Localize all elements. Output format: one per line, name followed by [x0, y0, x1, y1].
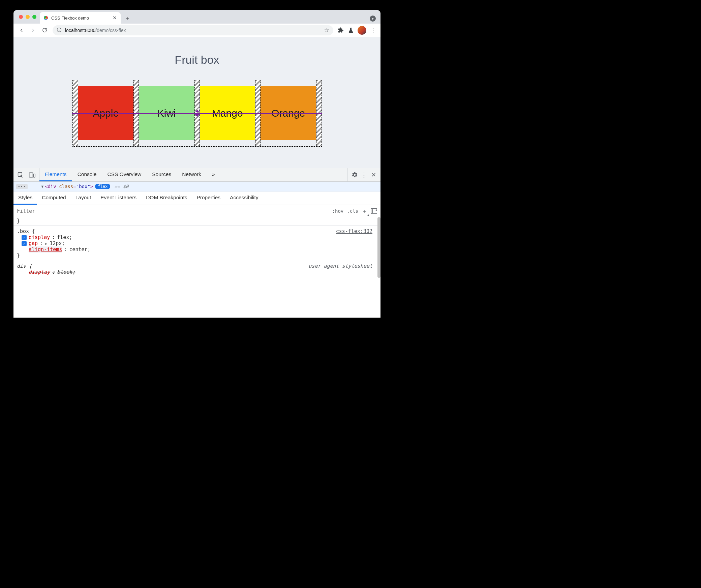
scrollbar-thumb[interactable]	[377, 217, 380, 278]
node-tag-open: <div	[45, 184, 56, 189]
new-style-rule-button[interactable]: ＋	[362, 207, 368, 215]
browser-menu-icon[interactable]: ⋮	[368, 26, 378, 35]
elements-selected-node[interactable]: ••• ▼ <div class = "box" > flex == $0	[13, 182, 380, 192]
styles-tab-layout[interactable]: Layout	[71, 192, 96, 205]
panel-tab-network[interactable]: Network	[177, 168, 207, 181]
browser-tab[interactable]: CSS Flexbox demo ✕	[40, 12, 121, 24]
toggle-hov-button[interactable]: :hov	[332, 208, 344, 214]
rule-separator	[13, 225, 380, 226]
styles-tab-styles[interactable]: Styles	[13, 192, 37, 205]
prop-checkbox-checked-icon[interactable]: ✓	[22, 241, 27, 246]
bookmark-star-icon[interactable]: ☆	[324, 27, 329, 34]
tab-title: CSS Flexbox demo	[51, 16, 109, 21]
expand-shorthand-icon[interactable]: ▶	[45, 242, 47, 245]
rule-div-ua[interactable]: div { user agent stylesheet display: blo…	[17, 262, 377, 275]
node-attr-name: class	[59, 184, 73, 189]
window-maximize-button[interactable]	[32, 15, 36, 19]
devtools-panel-tabs: Elements Console CSS Overview Sources Ne…	[39, 168, 347, 181]
reload-button[interactable]	[39, 25, 50, 36]
devtools-tab-bar: Elements Console CSS Overview Sources Ne…	[13, 168, 380, 182]
styles-tab-event-listeners[interactable]: Event Listeners	[96, 192, 141, 205]
flex-badge[interactable]: flex	[95, 184, 110, 189]
new-tab-button[interactable]: ＋	[123, 13, 132, 23]
page-viewport: Fruit box Apple Kiwi Mango Orange	[13, 37, 380, 168]
tab-favicon-icon	[43, 15, 49, 21]
styles-tab-dom-breakpoints[interactable]: DOM Breakpoints	[141, 192, 192, 205]
profile-avatar[interactable]	[358, 26, 366, 35]
devtools-menu-icon[interactable]: ⋮	[360, 171, 368, 179]
experiments-flask-icon[interactable]	[346, 26, 356, 35]
panel-tab-overflow[interactable]: »	[207, 168, 220, 181]
prop-checkbox-empty[interactable]	[22, 247, 27, 252]
url-text: localhost:8080/demo/css-flex	[65, 28, 126, 33]
node-expand-triangle-icon[interactable]: ▼	[41, 184, 43, 189]
panel-tab-sources[interactable]: Sources	[147, 168, 177, 181]
prop-gap[interactable]: ✓ gap: ▶ 12px;	[17, 240, 377, 246]
node-tag-close: >	[90, 184, 93, 189]
panel-tab-console[interactable]: Console	[72, 168, 102, 181]
toggle-computed-panel-icon[interactable]	[371, 208, 377, 214]
styles-tab-properties[interactable]: Properties	[192, 192, 225, 205]
extensions-icon[interactable]	[336, 26, 345, 35]
site-info-icon[interactable]	[57, 27, 62, 33]
elements-overflow-icon[interactable]: •••	[16, 184, 28, 189]
node-attr-value: "box"	[76, 184, 90, 189]
rule-box[interactable]: .box { css-flex:302 ✓ display: flex; ✓ g…	[17, 227, 377, 259]
prop-align-items[interactable]: align-items: center;	[17, 246, 377, 253]
rule-separator	[13, 260, 380, 260]
panel-tab-elements[interactable]: Elements	[39, 168, 72, 181]
toolbar: localhost:8080/demo/css-flex ☆ ⋮	[13, 24, 380, 37]
tab-bar: CSS Flexbox demo ✕ ＋ ▼	[13, 10, 380, 24]
styles-filter-row: :hov .cls ＋	[13, 205, 380, 217]
prop-display-ua[interactable]: display: block;	[17, 269, 377, 275]
rule-source-ua: user agent stylesheet	[308, 263, 372, 269]
device-toolbar-icon[interactable]	[28, 171, 36, 179]
devtools-close-icon[interactable]: ✕	[370, 171, 377, 179]
styles-subpanel: Styles Computed Layout Event Listeners D…	[13, 192, 380, 318]
tab-close-icon[interactable]: ✕	[112, 15, 117, 21]
address-bar[interactable]: localhost:8080/demo/css-flex ☆	[53, 25, 333, 35]
devtools-panel: Elements Console CSS Overview Sources Ne…	[13, 168, 380, 318]
chevron-down-icon[interactable]: ▼	[370, 16, 376, 22]
window-minimize-button[interactable]	[26, 15, 30, 19]
styles-tabs: Styles Computed Layout Event Listeners D…	[13, 192, 380, 205]
rule-source-link[interactable]: css-flex:302	[336, 228, 372, 234]
node-$0-label: == $0	[114, 184, 128, 189]
flex-container[interactable]: Apple Kiwi Mango Orange	[72, 80, 322, 147]
previous-rule-close: }	[17, 218, 377, 224]
styles-tab-accessibility[interactable]: Accessibility	[225, 192, 263, 205]
browser-window: CSS Flexbox demo ✕ ＋ ▼ localhost:8080/de…	[13, 10, 380, 318]
prop-checkbox-checked-icon[interactable]: ✓	[22, 235, 27, 240]
rule-close-brace: }	[17, 253, 377, 259]
window-close-button[interactable]	[19, 15, 23, 19]
devtools-settings-icon[interactable]	[351, 171, 358, 179]
window-controls	[17, 10, 40, 24]
rule-selector[interactable]: .box {	[17, 228, 35, 234]
forward-button[interactable]	[28, 25, 38, 36]
prop-display[interactable]: ✓ display: flex;	[17, 234, 377, 240]
toggle-cls-button[interactable]: .cls	[347, 208, 358, 214]
styles-rules[interactable]: } .box { css-flex:302 ✓ display: flex; ✓…	[13, 217, 380, 318]
rule-selector[interactable]: div {	[17, 263, 32, 269]
svg-rect-4	[29, 173, 33, 177]
page-heading: Fruit box	[13, 53, 380, 66]
flex-align-marker-icon	[194, 110, 200, 117]
panel-tab-css-overview[interactable]: CSS Overview	[102, 168, 147, 181]
svg-rect-5	[33, 174, 35, 177]
back-button[interactable]	[16, 25, 27, 36]
inspect-element-icon[interactable]	[17, 171, 24, 179]
styles-tab-computed[interactable]: Computed	[37, 192, 71, 205]
styles-filter-input[interactable]	[17, 208, 329, 214]
